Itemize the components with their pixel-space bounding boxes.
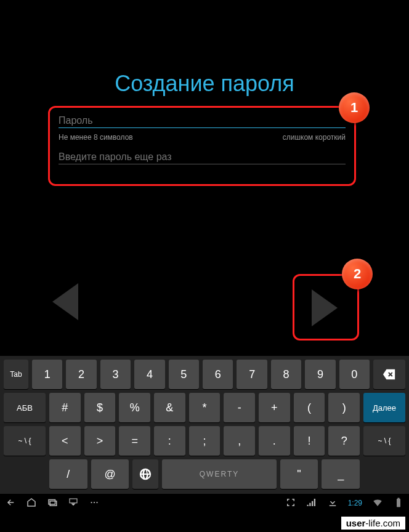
key-1[interactable]: 1 [32, 360, 62, 389]
key-3[interactable]: 3 [100, 360, 131, 389]
password-input[interactable] [59, 114, 346, 128]
key-colon[interactable]: : [154, 426, 185, 456]
key-globe[interactable] [132, 459, 158, 489]
svg-point-4 [94, 501, 95, 502]
key-plus[interactable]: + [259, 393, 290, 422]
key-lang-switch[interactable]: АБВ [4, 393, 46, 422]
password-form-highlight: Не менее 8 символов слишком короткий [48, 106, 356, 186]
sys-wifi-icon [372, 497, 383, 510]
key-0[interactable]: 0 [339, 360, 370, 389]
key-hash[interactable]: # [49, 393, 81, 422]
system-nav-bar: 1:29 [0, 494, 409, 512]
key-percent[interactable]: % [119, 393, 150, 422]
key-question[interactable]: ? [328, 426, 360, 456]
key-quote[interactable]: " [280, 459, 318, 489]
key-symbols-right[interactable]: ~ \ { [363, 426, 405, 456]
key-4[interactable]: 4 [134, 360, 164, 389]
key-bang[interactable]: ! [294, 426, 325, 456]
key-eq[interactable]: = [119, 426, 150, 456]
svg-point-5 [96, 501, 97, 502]
sys-hide-kbd-icon[interactable] [68, 497, 79, 510]
onscreen-keyboard: Tab 1 2 3 4 5 6 7 8 9 0 АБВ # $ % & * - … [0, 356, 409, 494]
key-lt[interactable]: < [49, 426, 81, 456]
globe-icon [139, 467, 152, 481]
key-star[interactable]: * [189, 393, 221, 422]
password-hint-min: Не менее 8 символов [59, 133, 133, 142]
page-title: Создание пароля [0, 71, 409, 97]
key-semicolon[interactable]: ; [189, 426, 221, 456]
key-tab[interactable]: Tab [4, 360, 28, 389]
key-space[interactable]: QWERTY [162, 459, 276, 489]
key-lparen[interactable]: ( [294, 393, 325, 422]
annotation-badge-1: 1 [339, 92, 370, 123]
sys-recent-icon[interactable] [47, 497, 58, 510]
sys-download-icon [327, 497, 338, 510]
key-rparen[interactable]: ) [328, 393, 360, 422]
key-gt[interactable]: > [84, 426, 116, 456]
key-slash[interactable]: / [49, 459, 87, 489]
svg-point-3 [91, 501, 92, 502]
sys-menu-icon[interactable] [89, 497, 100, 510]
nav-back-button[interactable] [52, 283, 78, 320]
key-minus[interactable]: - [224, 393, 255, 422]
svg-rect-2 [70, 499, 77, 503]
watermark: user-life.com [341, 517, 405, 530]
sys-home-icon[interactable] [26, 497, 37, 510]
key-backspace[interactable] [373, 360, 405, 389]
key-symbols-left[interactable]: ~ \ { [4, 426, 46, 456]
nav-forward-button[interactable] [312, 289, 338, 326]
key-underscore[interactable]: _ [322, 459, 360, 489]
key-next[interactable]: Далее [363, 393, 405, 422]
key-6[interactable]: 6 [203, 360, 233, 389]
sys-clock: 1:29 [348, 499, 362, 507]
sys-expand-icon[interactable] [285, 497, 296, 510]
sys-battery-icon [393, 497, 404, 510]
backspace-icon [383, 368, 396, 381]
key-5[interactable]: 5 [169, 360, 199, 389]
key-at[interactable]: @ [91, 459, 129, 489]
password-hint-error: слишком короткий [283, 133, 346, 142]
key-comma[interactable]: , [224, 426, 255, 456]
key-8[interactable]: 8 [271, 360, 301, 389]
key-2[interactable]: 2 [66, 360, 96, 389]
annotation-badge-2: 2 [342, 259, 373, 289]
key-dollar[interactable]: $ [84, 393, 116, 422]
key-period[interactable]: . [259, 426, 290, 456]
sys-signal-icon [306, 497, 317, 510]
sys-back-icon[interactable] [5, 497, 16, 510]
password-confirm-input[interactable] [59, 150, 346, 164]
key-9[interactable]: 9 [305, 360, 335, 389]
key-amp[interactable]: & [154, 393, 185, 422]
key-7[interactable]: 7 [237, 360, 267, 389]
